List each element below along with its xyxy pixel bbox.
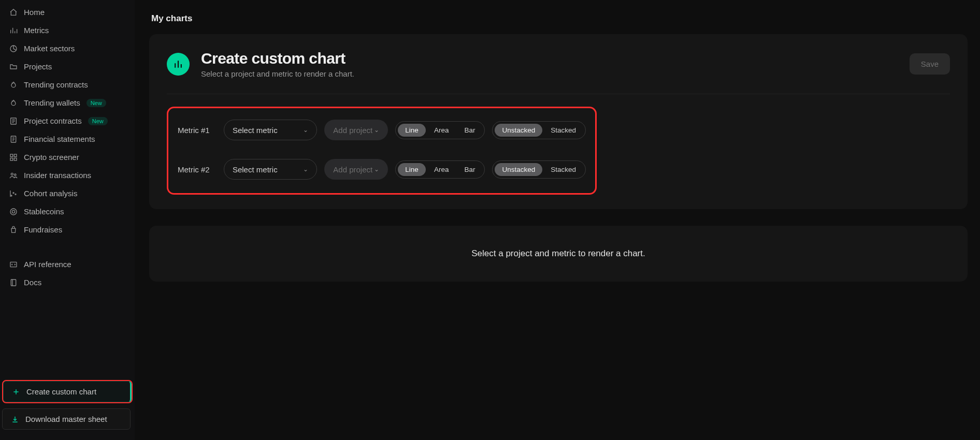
save-button[interactable]: Save	[910, 53, 950, 75]
contract-icon	[9, 117, 18, 125]
chart-type-area[interactable]: Area	[427, 124, 456, 137]
pie-icon	[9, 45, 18, 53]
coin-icon	[9, 208, 18, 216]
create-chart-card: Create custom chart Select a project and…	[149, 34, 968, 209]
svg-point-10	[13, 192, 14, 193]
chart-icon	[167, 53, 190, 76]
bars-icon	[9, 26, 18, 35]
chevron-down-icon: ⌄	[303, 126, 308, 134]
add-project-dropdown[interactable]: Add project ⌄	[324, 159, 388, 180]
sidebar-item-label: Financial statements	[24, 135, 95, 143]
stack-stacked[interactable]: Stacked	[543, 163, 583, 176]
button-label: Create custom chart	[26, 387, 96, 396]
metrics-config-area: Metric #1 Select metric ⌄ Add project ⌄ …	[167, 107, 597, 195]
chart-type-bar[interactable]: Bar	[457, 124, 482, 137]
sidebar-item-home[interactable]: Home	[2, 3, 133, 21]
sidebar-item-cohort-analysis[interactable]: Cohort analysis	[2, 184, 133, 202]
chart-type-toggle: Line Area Bar	[395, 121, 485, 139]
svg-rect-15	[11, 280, 16, 286]
flame-icon	[9, 99, 18, 107]
sidebar-item-docs[interactable]: Docs	[2, 273, 133, 291]
select-placeholder: Select metric	[233, 126, 278, 135]
annotation-highlight: Create custom chart	[2, 380, 133, 403]
card-header: Create custom chart Select a project and…	[167, 50, 950, 94]
nav-primary: Home Metrics Market sectors Projects Tre…	[2, 2, 133, 291]
sidebar-item-metrics[interactable]: Metrics	[2, 21, 133, 39]
sidebar-item-label: Projects	[24, 62, 52, 71]
sidebar-item-label: Market sectors	[24, 44, 75, 53]
sidebar-item-label: API reference	[24, 260, 71, 269]
svg-point-9	[11, 195, 12, 196]
sidebar-item-trending-wallets[interactable]: Trending wallets New	[2, 94, 133, 112]
scatter-icon	[9, 189, 18, 198]
sidebar-item-insider-transactions[interactable]: Insider transactions	[2, 166, 133, 184]
home-icon	[9, 8, 18, 17]
svg-point-8	[15, 174, 16, 175]
svg-rect-5	[10, 158, 13, 160]
sidebar-item-label: Trending wallets	[24, 98, 80, 107]
sidebar-item-stablecoins[interactable]: Stablecoins	[2, 202, 133, 221]
sidebar: Home Metrics Market sectors Projects Tre…	[0, 0, 135, 440]
select-placeholder: Select metric	[233, 165, 278, 174]
add-project-dropdown[interactable]: Add project ⌄	[324, 120, 388, 140]
book-icon	[9, 278, 18, 287]
sidebar-actions: Create custom chart Download master shee…	[2, 380, 133, 435]
sidebar-item-label: Insider transactions	[24, 171, 91, 180]
metric-label: Metric #2	[178, 165, 217, 174]
svg-point-7	[11, 173, 13, 175]
download-master-sheet-button[interactable]: Download master sheet	[2, 408, 131, 430]
sidebar-item-trending-contracts[interactable]: Trending contracts	[2, 76, 133, 94]
sidebar-item-label: Docs	[24, 278, 41, 287]
bag-icon	[9, 226, 18, 234]
stack-unstacked[interactable]: Unstacked	[495, 163, 542, 176]
sidebar-item-label: Trending contracts	[24, 80, 88, 89]
chevron-down-icon: ⌄	[374, 166, 379, 173]
select-metric-dropdown[interactable]: Select metric ⌄	[224, 120, 317, 140]
chart-type-line[interactable]: Line	[398, 163, 426, 176]
add-project-placeholder: Add project	[333, 126, 372, 135]
sidebar-item-label: Home	[24, 8, 45, 17]
chevron-down-icon: ⌄	[303, 166, 308, 173]
flame-icon	[9, 81, 18, 89]
create-custom-chart-button[interactable]: Create custom chart	[3, 381, 132, 402]
button-label: Download master sheet	[25, 415, 107, 423]
select-metric-dropdown[interactable]: Select metric ⌄	[224, 159, 317, 180]
stack-stacked[interactable]: Stacked	[543, 124, 583, 137]
stack-unstacked[interactable]: Unstacked	[495, 124, 542, 137]
stack-toggle: Unstacked Stacked	[492, 121, 586, 139]
svg-point-13	[12, 210, 15, 213]
metric-label: Metric #1	[178, 126, 217, 135]
sidebar-item-label: Project contracts	[24, 116, 82, 125]
sidebar-item-api-reference[interactable]: API reference	[2, 255, 133, 273]
new-badge: New	[87, 99, 106, 107]
svg-point-12	[10, 209, 17, 215]
add-project-placeholder: Add project	[333, 165, 372, 174]
chart-type-area[interactable]: Area	[427, 163, 456, 176]
sidebar-item-crypto-screener[interactable]: Crypto screener	[2, 148, 133, 166]
doc-icon	[9, 135, 18, 143]
chart-placeholder: Select a project and metric to render a …	[149, 226, 968, 282]
chart-type-line[interactable]: Line	[398, 124, 426, 137]
svg-rect-3	[10, 154, 13, 157]
sidebar-item-market-sectors[interactable]: Market sectors	[2, 39, 133, 57]
sidebar-item-fundraises[interactable]: Fundraises	[2, 221, 133, 239]
plus-icon	[12, 388, 20, 396]
new-badge: New	[88, 117, 108, 125]
folder-icon	[9, 63, 18, 71]
svg-rect-6	[14, 158, 17, 160]
metric-row-1: Metric #1 Select metric ⌄ Add project ⌄ …	[178, 120, 586, 140]
sidebar-item-projects[interactable]: Projects	[2, 57, 133, 76]
chart-type-bar[interactable]: Bar	[457, 163, 482, 176]
stack-toggle: Unstacked Stacked	[492, 160, 586, 179]
main-content: My charts Create custom chart Select a p…	[135, 0, 980, 440]
download-icon	[11, 415, 19, 423]
sidebar-item-label: Crypto screener	[24, 153, 79, 162]
chevron-down-icon: ⌄	[374, 126, 379, 134]
placeholder-text: Select a project and metric to render a …	[160, 248, 957, 259]
card-subtitle: Select a project and metric to render a …	[201, 69, 354, 78]
metric-row-2: Metric #2 Select metric ⌄ Add project ⌄ …	[178, 159, 586, 180]
page-title: My charts	[151, 13, 965, 24]
chart-type-toggle: Line Area Bar	[395, 160, 485, 179]
sidebar-item-project-contracts[interactable]: Project contracts New	[2, 112, 133, 130]
sidebar-item-financial-statements[interactable]: Financial statements	[2, 130, 133, 148]
